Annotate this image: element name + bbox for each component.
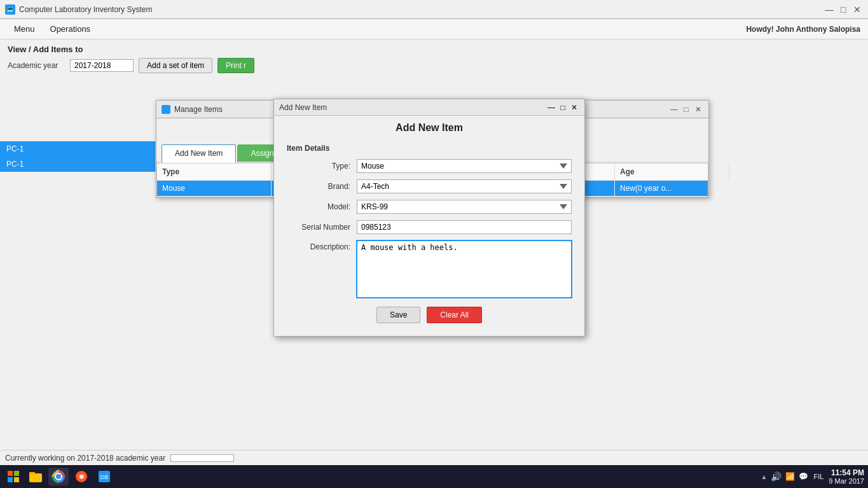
svg-rect-4 [29, 473, 42, 482]
academic-year-row: Academic year Add a set of item Print r [8, 58, 860, 73]
academic-year-label: Academic year [8, 61, 65, 70]
brand-label: Brand: [287, 182, 357, 191]
type-row: Type: Mouse Keyboard Monitor CPU Printer [287, 159, 572, 173]
network-icon: 📶 [785, 472, 795, 481]
description-label: Description: [287, 241, 357, 251]
tab-add-new-label: Add New Item [175, 149, 223, 158]
menu-greeting: Howdy! John Anthony Salopisa [746, 25, 860, 34]
description-textarea[interactable]: A mouse with a heels. [357, 241, 572, 298]
col-age: Age [615, 164, 729, 180]
dialog-close-button[interactable]: ✕ [569, 102, 579, 113]
menu-item-operations[interactable]: Operations [44, 22, 97, 36]
dialog-minimize-button[interactable]: — [546, 102, 556, 113]
pc-item[interactable]: PC-1 [0, 157, 155, 172]
dialog-section-title: Item Details [287, 144, 572, 153]
manage-items-title-text: Manage Items [174, 105, 223, 114]
taskbar-app-2[interactable] [48, 468, 69, 485]
manage-maximize-button[interactable]: □ [681, 104, 691, 115]
status-bar: Currently working on 2017-2018 academic … [0, 450, 868, 465]
taskbar-app-4[interactable]: DB [94, 468, 114, 485]
model-label: Model: [287, 202, 357, 211]
svg-point-8 [56, 474, 61, 479]
menu-bar: Menu Operations Howdy! John Anthony Salo… [0, 19, 868, 39]
taskbar-left: ❋ DB [4, 468, 114, 485]
description-row: Description: A mouse with a heels. [287, 241, 572, 298]
dialog-maximize-button[interactable]: □ [558, 102, 568, 113]
lang-indicator: FIL [813, 473, 823, 480]
pc-list-header-label: PC-1 [6, 144, 24, 153]
app-title: Computer Laboratory Inventory System [19, 5, 152, 14]
maximize-button[interactable]: □ [837, 4, 849, 15]
status-text: Currently working on 2017-2018 academic … [5, 454, 165, 463]
manage-close-button[interactable]: ✕ [693, 104, 703, 115]
taskbar-system-icons: ▲ 🔊 📶 💬 [761, 471, 809, 482]
brand-select[interactable]: A4-Tech Logitech HP Dell Acer [357, 179, 572, 193]
up-arrow-icon: ▲ [761, 473, 768, 480]
academic-year-input[interactable] [70, 59, 134, 72]
save-button[interactable]: Save [376, 307, 420, 323]
chrome-icon [52, 470, 65, 484]
dialog-header: Add New Item [274, 116, 584, 137]
taskbar-date-value: 9 Mar 2017 [829, 477, 864, 485]
folder-icon [29, 470, 43, 484]
menu-items: Menu Operations [8, 22, 97, 36]
svg-text:❋: ❋ [79, 473, 85, 480]
manage-items-controls: — □ ✕ [669, 104, 703, 115]
model-row: Model: KRS-99 MX500 G102 [287, 200, 572, 214]
tab-assign-label: Assign [251, 149, 273, 158]
serial-number-label: Serial Number [287, 223, 357, 232]
tab-add-new-item[interactable]: Add New Item [162, 144, 236, 163]
cell-type: Mouse [157, 181, 272, 196]
app-icon: 💻 [5, 4, 15, 15]
model-select[interactable]: KRS-99 MX500 G102 [357, 200, 572, 214]
taskbar-time-value: 11:54 PM [829, 468, 864, 477]
windows-icon [8, 471, 19, 482]
manage-items-icon [162, 105, 170, 114]
type-label: Type: [287, 162, 357, 171]
title-bar: 💻 Computer Laboratory Inventory System —… [0, 0, 868, 19]
dialog-body: Item Details Type: Mouse Keyboard Monito… [274, 137, 584, 336]
svg-rect-3 [14, 477, 19, 482]
menu-item-menu[interactable]: Menu [8, 22, 41, 36]
pc-list: PC-1 PC-1 [0, 141, 156, 172]
taskbar-clock: 11:54 PM 9 Mar 2017 [829, 468, 864, 485]
dialog-title-text: Add New Item [279, 103, 327, 112]
svg-rect-2 [8, 477, 13, 482]
dialog-title-bar: Add New Item — □ ✕ [274, 99, 584, 116]
add-set-button[interactable]: Add a set of item [139, 58, 212, 73]
svg-rect-0 [8, 471, 13, 476]
taskbar: ❋ DB ▲ 🔊 📶 💬 FIL 11:54 PM 9 Mar 2017 [0, 465, 868, 488]
taskbar-right: ▲ 🔊 📶 💬 FIL 11:54 PM 9 Mar 2017 [761, 468, 864, 485]
app-icon-3: ❋ [74, 470, 88, 484]
svg-text:DB: DB [100, 474, 109, 480]
taskbar-app-3[interactable]: ❋ [71, 468, 92, 485]
close-button[interactable]: ✕ [851, 4, 863, 15]
title-bar-controls: — □ ✕ [823, 4, 863, 15]
greeting-text: Howdy! John Anthony Salopisa [746, 25, 860, 34]
section-title: View / Add Items to [8, 45, 860, 54]
app-icon-text: 💻 [7, 6, 13, 12]
svg-rect-1 [14, 471, 19, 476]
pc-list-header: PC-1 [0, 141, 155, 157]
cell-age: New(0 year o... [615, 181, 729, 196]
pc-item-label: PC-1 [6, 160, 24, 169]
brand-row: Brand: A4-Tech Logitech HP Dell Acer [287, 179, 572, 193]
notification-icon: 💬 [799, 472, 808, 481]
clear-all-button[interactable]: Clear All [427, 307, 482, 323]
dialog-title-controls: — □ ✕ [546, 102, 579, 113]
svg-rect-5 [29, 472, 35, 475]
print-button[interactable]: Print r [217, 58, 254, 73]
serial-number-input[interactable] [357, 220, 572, 234]
type-select[interactable]: Mouse Keyboard Monitor CPU Printer [357, 159, 572, 173]
app-icon-4: DB [97, 470, 111, 484]
col-type: Type [157, 164, 272, 180]
status-progress-bar [170, 454, 234, 462]
minimize-button[interactable]: — [823, 4, 835, 15]
dialog-buttons: Save Clear All [287, 307, 572, 323]
taskbar-app-1[interactable] [25, 468, 46, 485]
serial-number-row: Serial Number [287, 220, 572, 234]
manage-minimize-button[interactable]: — [669, 104, 679, 115]
start-button[interactable] [4, 468, 23, 485]
speaker-icon: 🔊 [771, 471, 782, 482]
add-new-item-dialog: Add New Item — □ ✕ Add New Item Item Det… [273, 99, 585, 337]
